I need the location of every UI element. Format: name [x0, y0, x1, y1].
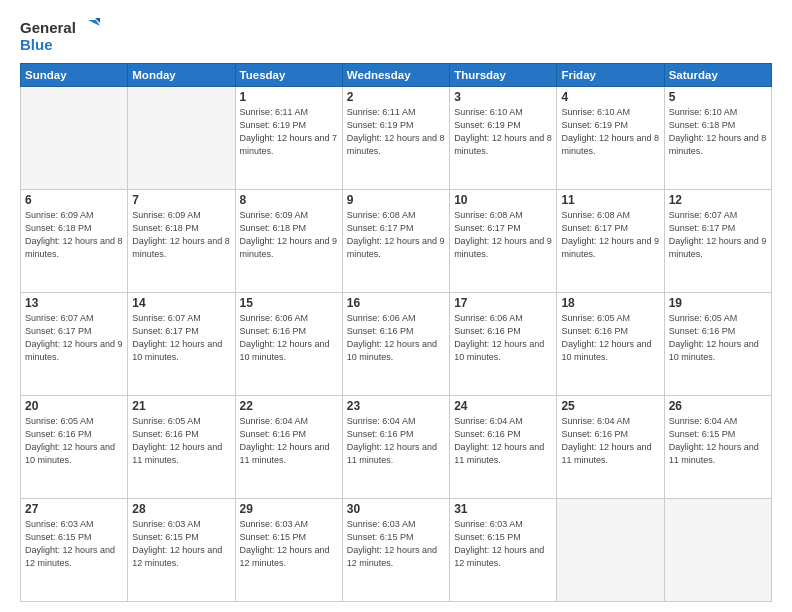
calendar-day-cell: 3Sunrise: 6:10 AM Sunset: 6:19 PM Daylig…	[450, 87, 557, 190]
day-info: Sunrise: 6:03 AM Sunset: 6:15 PM Dayligh…	[347, 518, 445, 570]
day-number: 26	[669, 399, 767, 413]
calendar-day-cell: 11Sunrise: 6:08 AM Sunset: 6:17 PM Dayli…	[557, 190, 664, 293]
calendar-day-header: Wednesday	[342, 64, 449, 87]
calendar-empty-cell	[664, 499, 771, 602]
day-info: Sunrise: 6:10 AM Sunset: 6:19 PM Dayligh…	[561, 106, 659, 158]
day-number: 6	[25, 193, 123, 207]
day-info: Sunrise: 6:03 AM Sunset: 6:15 PM Dayligh…	[25, 518, 123, 570]
day-number: 9	[347, 193, 445, 207]
calendar-day-cell: 22Sunrise: 6:04 AM Sunset: 6:16 PM Dayli…	[235, 396, 342, 499]
day-info: Sunrise: 6:03 AM Sunset: 6:15 PM Dayligh…	[454, 518, 552, 570]
calendar-day-cell: 29Sunrise: 6:03 AM Sunset: 6:15 PM Dayli…	[235, 499, 342, 602]
calendar-day-cell: 4Sunrise: 6:10 AM Sunset: 6:19 PM Daylig…	[557, 87, 664, 190]
day-number: 17	[454, 296, 552, 310]
day-number: 18	[561, 296, 659, 310]
calendar-day-cell: 17Sunrise: 6:06 AM Sunset: 6:16 PM Dayli…	[450, 293, 557, 396]
day-info: Sunrise: 6:04 AM Sunset: 6:16 PM Dayligh…	[561, 415, 659, 467]
day-info: Sunrise: 6:07 AM Sunset: 6:17 PM Dayligh…	[25, 312, 123, 364]
day-number: 22	[240, 399, 338, 413]
logo-bird-icon	[78, 18, 100, 36]
calendar-day-cell: 5Sunrise: 6:10 AM Sunset: 6:18 PM Daylig…	[664, 87, 771, 190]
calendar-day-cell: 9Sunrise: 6:08 AM Sunset: 6:17 PM Daylig…	[342, 190, 449, 293]
calendar-day-cell: 24Sunrise: 6:04 AM Sunset: 6:16 PM Dayli…	[450, 396, 557, 499]
day-number: 16	[347, 296, 445, 310]
calendar-day-cell: 10Sunrise: 6:08 AM Sunset: 6:17 PM Dayli…	[450, 190, 557, 293]
calendar-day-cell: 21Sunrise: 6:05 AM Sunset: 6:16 PM Dayli…	[128, 396, 235, 499]
calendar-day-header: Sunday	[21, 64, 128, 87]
day-info: Sunrise: 6:09 AM Sunset: 6:18 PM Dayligh…	[25, 209, 123, 261]
day-info: Sunrise: 6:05 AM Sunset: 6:16 PM Dayligh…	[25, 415, 123, 467]
calendar-day-cell: 12Sunrise: 6:07 AM Sunset: 6:17 PM Dayli…	[664, 190, 771, 293]
calendar-day-cell: 13Sunrise: 6:07 AM Sunset: 6:17 PM Dayli…	[21, 293, 128, 396]
calendar-day-cell: 31Sunrise: 6:03 AM Sunset: 6:15 PM Dayli…	[450, 499, 557, 602]
calendar-day-cell: 7Sunrise: 6:09 AM Sunset: 6:18 PM Daylig…	[128, 190, 235, 293]
day-number: 5	[669, 90, 767, 104]
calendar-week-row: 1Sunrise: 6:11 AM Sunset: 6:19 PM Daylig…	[21, 87, 772, 190]
day-number: 20	[25, 399, 123, 413]
calendar-day-cell: 18Sunrise: 6:05 AM Sunset: 6:16 PM Dayli…	[557, 293, 664, 396]
day-number: 8	[240, 193, 338, 207]
calendar-day-cell: 23Sunrise: 6:04 AM Sunset: 6:16 PM Dayli…	[342, 396, 449, 499]
calendar-day-cell: 30Sunrise: 6:03 AM Sunset: 6:15 PM Dayli…	[342, 499, 449, 602]
day-number: 31	[454, 502, 552, 516]
calendar-day-cell: 25Sunrise: 6:04 AM Sunset: 6:16 PM Dayli…	[557, 396, 664, 499]
logo-general: General	[20, 19, 76, 36]
day-number: 11	[561, 193, 659, 207]
day-info: Sunrise: 6:06 AM Sunset: 6:16 PM Dayligh…	[454, 312, 552, 364]
calendar-day-cell: 26Sunrise: 6:04 AM Sunset: 6:15 PM Dayli…	[664, 396, 771, 499]
calendar-day-header: Friday	[557, 64, 664, 87]
day-info: Sunrise: 6:04 AM Sunset: 6:16 PM Dayligh…	[240, 415, 338, 467]
logo: General Blue	[20, 18, 100, 53]
calendar-empty-cell	[557, 499, 664, 602]
page: General Blue SundayMondayTuesdayWednesda…	[0, 0, 792, 612]
day-info: Sunrise: 6:10 AM Sunset: 6:18 PM Dayligh…	[669, 106, 767, 158]
calendar-day-cell: 2Sunrise: 6:11 AM Sunset: 6:19 PM Daylig…	[342, 87, 449, 190]
day-info: Sunrise: 6:05 AM Sunset: 6:16 PM Dayligh…	[132, 415, 230, 467]
day-info: Sunrise: 6:04 AM Sunset: 6:15 PM Dayligh…	[669, 415, 767, 467]
logo-blue: Blue	[20, 36, 53, 53]
day-number: 1	[240, 90, 338, 104]
day-info: Sunrise: 6:03 AM Sunset: 6:15 PM Dayligh…	[240, 518, 338, 570]
day-number: 30	[347, 502, 445, 516]
calendar-day-header: Saturday	[664, 64, 771, 87]
calendar-day-cell: 6Sunrise: 6:09 AM Sunset: 6:18 PM Daylig…	[21, 190, 128, 293]
calendar-day-cell: 27Sunrise: 6:03 AM Sunset: 6:15 PM Dayli…	[21, 499, 128, 602]
day-number: 14	[132, 296, 230, 310]
calendar-day-header: Thursday	[450, 64, 557, 87]
day-number: 13	[25, 296, 123, 310]
calendar-day-cell: 15Sunrise: 6:06 AM Sunset: 6:16 PM Dayli…	[235, 293, 342, 396]
day-number: 7	[132, 193, 230, 207]
calendar-empty-cell	[128, 87, 235, 190]
day-info: Sunrise: 6:06 AM Sunset: 6:16 PM Dayligh…	[240, 312, 338, 364]
day-number: 19	[669, 296, 767, 310]
header: General Blue	[20, 18, 772, 53]
day-number: 23	[347, 399, 445, 413]
day-info: Sunrise: 6:10 AM Sunset: 6:19 PM Dayligh…	[454, 106, 552, 158]
day-number: 24	[454, 399, 552, 413]
day-info: Sunrise: 6:09 AM Sunset: 6:18 PM Dayligh…	[240, 209, 338, 261]
calendar-day-cell: 14Sunrise: 6:07 AM Sunset: 6:17 PM Dayli…	[128, 293, 235, 396]
day-number: 29	[240, 502, 338, 516]
day-info: Sunrise: 6:04 AM Sunset: 6:16 PM Dayligh…	[347, 415, 445, 467]
calendar-day-cell: 8Sunrise: 6:09 AM Sunset: 6:18 PM Daylig…	[235, 190, 342, 293]
calendar-week-row: 13Sunrise: 6:07 AM Sunset: 6:17 PM Dayli…	[21, 293, 772, 396]
day-number: 25	[561, 399, 659, 413]
calendar-day-cell: 19Sunrise: 6:05 AM Sunset: 6:16 PM Dayli…	[664, 293, 771, 396]
day-info: Sunrise: 6:05 AM Sunset: 6:16 PM Dayligh…	[669, 312, 767, 364]
calendar-day-cell: 16Sunrise: 6:06 AM Sunset: 6:16 PM Dayli…	[342, 293, 449, 396]
calendar-day-cell: 1Sunrise: 6:11 AM Sunset: 6:19 PM Daylig…	[235, 87, 342, 190]
day-number: 21	[132, 399, 230, 413]
day-number: 3	[454, 90, 552, 104]
calendar-day-cell: 20Sunrise: 6:05 AM Sunset: 6:16 PM Dayli…	[21, 396, 128, 499]
day-number: 27	[25, 502, 123, 516]
day-info: Sunrise: 6:08 AM Sunset: 6:17 PM Dayligh…	[454, 209, 552, 261]
day-number: 4	[561, 90, 659, 104]
calendar-day-header: Monday	[128, 64, 235, 87]
day-info: Sunrise: 6:04 AM Sunset: 6:16 PM Dayligh…	[454, 415, 552, 467]
calendar-empty-cell	[21, 87, 128, 190]
day-number: 10	[454, 193, 552, 207]
day-number: 2	[347, 90, 445, 104]
calendar-week-row: 6Sunrise: 6:09 AM Sunset: 6:18 PM Daylig…	[21, 190, 772, 293]
day-info: Sunrise: 6:06 AM Sunset: 6:16 PM Dayligh…	[347, 312, 445, 364]
day-info: Sunrise: 6:07 AM Sunset: 6:17 PM Dayligh…	[132, 312, 230, 364]
